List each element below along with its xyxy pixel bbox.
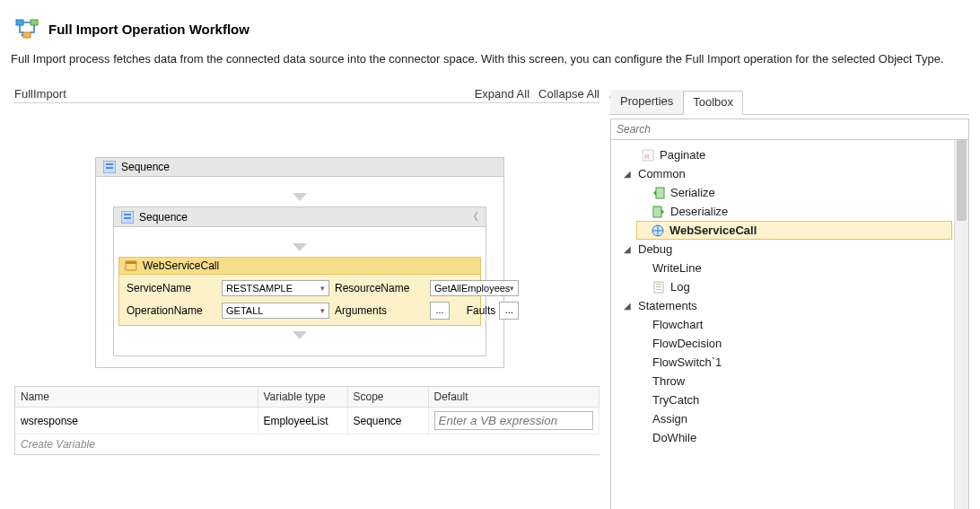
toolbox-item-label: Flowchart [652,318,703,331]
operationname-combo[interactable]: GETALL ▾ [222,303,329,319]
servicename-label: ServiceName [127,282,216,294]
drop-target-icon[interactable] [293,331,307,339]
webservicecall-activity[interactable]: WebServiceCall ServiceName RESTSAMPLE ▾ … [118,257,481,326]
faults-label: Faults [467,304,496,317]
svg-rect-2 [23,32,31,38]
faults-button[interactable]: ... [499,302,519,320]
collapse-icon[interactable]: 《 [468,210,478,224]
tab-toolbox[interactable]: Toolbox [683,91,743,115]
variable-scope-cell[interactable]: Sequence [347,408,428,434]
variable-name-cell[interactable]: wsresponse [15,408,258,434]
svg-rect-10 [126,261,136,264]
toolbox-item-deserialize[interactable]: Deserialize [611,202,968,221]
svg-rect-5 [106,167,113,169]
variable-row[interactable]: wsresponse EmployeeList Sequence [15,408,599,434]
toolbox-item-label: WebServiceCall [669,224,757,237]
outer-sequence-header[interactable]: Sequence [96,158,503,177]
toolbox-item-log[interactable]: Log [611,277,968,296]
servicename-value: RESTSAMPLE [226,283,293,294]
toolbox-item-writeline[interactable]: WriteLine [611,259,968,277]
svg-rect-14 [653,206,661,217]
paginate-icon: R [642,149,654,162]
svg-text:R: R [644,153,650,161]
toolbox-item-label: Assign [652,412,687,426]
twisty-icon: ◢ [624,169,633,179]
toolbox-category-common[interactable]: ◢ Common [611,164,968,183]
toolbox-item-label: Deserialize [670,205,728,218]
outer-sequence-label: Sequence [121,161,170,173]
svg-rect-1 [31,20,38,25]
toolbox-item-label: Throw [652,374,685,388]
svg-rect-19 [656,289,661,290]
svg-rect-17 [656,284,661,285]
serialize-icon [652,187,665,199]
twisty-icon: ◢ [624,301,633,311]
toolbox-item-assign[interactable]: Assign [611,409,968,428]
activity-icon [125,259,137,272]
arguments-label: Arguments [335,304,424,317]
toolbox-item-dowhile[interactable]: DoWhile [611,428,968,447]
toolbox-item-webservicecall[interactable]: WebServiceCall [636,221,952,240]
inner-sequence-label: Sequence [139,211,188,224]
chevron-down-icon: ▾ [510,284,514,293]
col-name[interactable]: Name [15,387,258,408]
toolbox-search-input[interactable] [611,119,968,139]
variable-default-input[interactable] [434,411,594,430]
toolbox-category-debug[interactable]: ◢ Debug [611,240,968,259]
deserialize-icon [652,206,665,218]
svg-rect-18 [656,286,661,287]
variables-panel: Name Variable type Scope Default wsrespo… [14,386,599,455]
chevron-down-icon: ▾ [320,284,325,293]
svg-rect-4 [106,163,113,165]
col-default[interactable]: Default [428,387,599,408]
webservicecall-title: WebServiceCall [143,259,219,272]
toolbox-item-flowswitch[interactable]: FlowSwitch`1 [611,353,968,372]
svg-rect-7 [124,214,131,215]
resourcename-value: GetAllEmployees [434,283,510,294]
toolbox-category-label: Common [638,167,686,180]
drop-target-icon[interactable] [293,193,307,201]
tab-properties[interactable]: Properties [610,90,683,114]
col-scope[interactable]: Scope [347,387,428,408]
toolbox-item-flowdecision[interactable]: FlowDecision [611,334,968,353]
workflow-name: FullImport [14,87,66,101]
toolbox-item-label: Log [670,280,690,294]
toolbox-item-throw[interactable]: Throw [611,372,968,391]
toolbox-item-paginate[interactable]: R Paginate [611,145,968,164]
svg-rect-0 [16,20,23,25]
resourcename-label: ResourceName [335,282,424,294]
toolbox-item-label: Paginate [660,148,705,162]
operationname-value: GETALL [226,305,263,316]
toolbox-scrollbar[interactable]: ▴ [954,140,968,509]
scrollbar-thumb[interactable] [957,140,967,221]
svg-rect-8 [124,217,131,219]
page-title: Full Import Operation Workflow [48,22,249,37]
svg-rect-13 [656,188,664,198]
toolbox-item-flowchart[interactable]: Flowchart [611,315,968,334]
toolbox-item-serialize[interactable]: Serialize [611,183,968,202]
servicename-combo[interactable]: RESTSAMPLE ▾ [222,280,329,296]
create-variable-link[interactable]: Create Variable [15,434,599,454]
log-icon [652,281,665,294]
toolbox-item-label: DoWhile [652,431,696,444]
operationname-label: OperationName [127,304,216,317]
toolbox-category-label: Statements [638,299,697,312]
collapse-all-link[interactable]: Collapse All [538,87,599,101]
expand-all-link[interactable]: Expand All [475,87,529,101]
toolbox-item-label: Serialize [670,186,715,199]
resourcename-combo[interactable]: GetAllEmployees ▾ [430,280,519,296]
toolbox-item-label: TryCatch [652,393,699,407]
webservicecall-icon [652,224,664,237]
toolbox-item-trycatch[interactable]: TryCatch [611,391,968,409]
col-type[interactable]: Variable type [258,387,347,408]
variables-header-row: Name Variable type Scope Default [15,387,599,408]
inner-sequence-header[interactable]: Sequence 《 [114,207,486,227]
workflow-icon [14,16,39,41]
toolbox-item-label: WriteLine [652,261,702,275]
arguments-button[interactable]: ... [430,302,450,320]
drop-target-icon[interactable] [293,243,307,251]
variable-type-cell[interactable]: EmployeeList [258,408,347,434]
sequence-icon [103,161,116,173]
toolbox-category-statements[interactable]: ◢ Statements [611,296,968,315]
twisty-icon: ◢ [624,244,633,254]
